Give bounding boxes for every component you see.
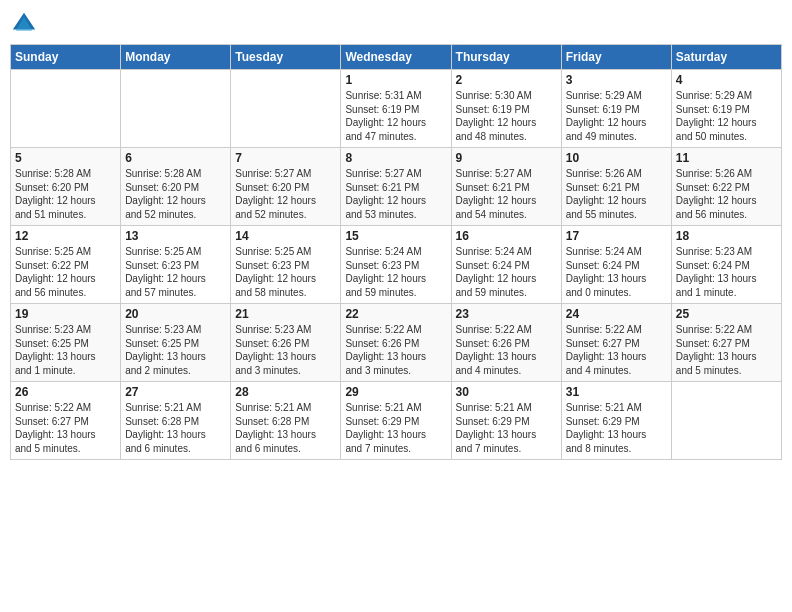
day-info: Sunrise: 5:22 AM Sunset: 6:27 PM Dayligh… — [676, 323, 777, 377]
day-info: Sunrise: 5:23 AM Sunset: 6:26 PM Dayligh… — [235, 323, 336, 377]
day-number: 9 — [456, 151, 557, 165]
calendar-cell: 15Sunrise: 5:24 AM Sunset: 6:23 PM Dayli… — [341, 226, 451, 304]
day-number: 2 — [456, 73, 557, 87]
logo — [10, 10, 42, 38]
day-number: 20 — [125, 307, 226, 321]
calendar-cell: 6Sunrise: 5:28 AM Sunset: 6:20 PM Daylig… — [121, 148, 231, 226]
calendar-cell — [671, 382, 781, 460]
calendar-week-row: 26Sunrise: 5:22 AM Sunset: 6:27 PM Dayli… — [11, 382, 782, 460]
day-number: 26 — [15, 385, 116, 399]
calendar-week-row: 5Sunrise: 5:28 AM Sunset: 6:20 PM Daylig… — [11, 148, 782, 226]
day-number: 30 — [456, 385, 557, 399]
calendar-table: SundayMondayTuesdayWednesdayThursdayFrid… — [10, 44, 782, 460]
calendar-cell: 23Sunrise: 5:22 AM Sunset: 6:26 PM Dayli… — [451, 304, 561, 382]
day-info: Sunrise: 5:23 AM Sunset: 6:24 PM Dayligh… — [676, 245, 777, 299]
day-number: 21 — [235, 307, 336, 321]
day-number: 19 — [15, 307, 116, 321]
calendar-cell: 13Sunrise: 5:25 AM Sunset: 6:23 PM Dayli… — [121, 226, 231, 304]
day-number: 16 — [456, 229, 557, 243]
day-info: Sunrise: 5:21 AM Sunset: 6:28 PM Dayligh… — [235, 401, 336, 455]
calendar-cell: 19Sunrise: 5:23 AM Sunset: 6:25 PM Dayli… — [11, 304, 121, 382]
calendar-cell — [121, 70, 231, 148]
day-number: 13 — [125, 229, 226, 243]
calendar-week-row: 1Sunrise: 5:31 AM Sunset: 6:19 PM Daylig… — [11, 70, 782, 148]
weekday-header: Tuesday — [231, 45, 341, 70]
calendar-cell: 2Sunrise: 5:30 AM Sunset: 6:19 PM Daylig… — [451, 70, 561, 148]
calendar-cell: 17Sunrise: 5:24 AM Sunset: 6:24 PM Dayli… — [561, 226, 671, 304]
calendar-cell: 10Sunrise: 5:26 AM Sunset: 6:21 PM Dayli… — [561, 148, 671, 226]
page-header — [10, 10, 782, 38]
day-info: Sunrise: 5:24 AM Sunset: 6:24 PM Dayligh… — [566, 245, 667, 299]
day-number: 6 — [125, 151, 226, 165]
calendar-cell: 20Sunrise: 5:23 AM Sunset: 6:25 PM Dayli… — [121, 304, 231, 382]
day-number: 29 — [345, 385, 446, 399]
day-number: 17 — [566, 229, 667, 243]
day-number: 4 — [676, 73, 777, 87]
calendar-cell: 30Sunrise: 5:21 AM Sunset: 6:29 PM Dayli… — [451, 382, 561, 460]
day-info: Sunrise: 5:26 AM Sunset: 6:21 PM Dayligh… — [566, 167, 667, 221]
day-info: Sunrise: 5:24 AM Sunset: 6:23 PM Dayligh… — [345, 245, 446, 299]
weekday-header: Monday — [121, 45, 231, 70]
weekday-header: Wednesday — [341, 45, 451, 70]
day-number: 15 — [345, 229, 446, 243]
day-info: Sunrise: 5:26 AM Sunset: 6:22 PM Dayligh… — [676, 167, 777, 221]
day-info: Sunrise: 5:21 AM Sunset: 6:29 PM Dayligh… — [456, 401, 557, 455]
day-info: Sunrise: 5:22 AM Sunset: 6:27 PM Dayligh… — [566, 323, 667, 377]
day-info: Sunrise: 5:27 AM Sunset: 6:21 PM Dayligh… — [345, 167, 446, 221]
calendar-cell: 8Sunrise: 5:27 AM Sunset: 6:21 PM Daylig… — [341, 148, 451, 226]
day-number: 5 — [15, 151, 116, 165]
day-info: Sunrise: 5:29 AM Sunset: 6:19 PM Dayligh… — [566, 89, 667, 143]
day-number: 23 — [456, 307, 557, 321]
calendar-cell: 27Sunrise: 5:21 AM Sunset: 6:28 PM Dayli… — [121, 382, 231, 460]
weekday-header: Saturday — [671, 45, 781, 70]
calendar-cell: 3Sunrise: 5:29 AM Sunset: 6:19 PM Daylig… — [561, 70, 671, 148]
calendar-header-row: SundayMondayTuesdayWednesdayThursdayFrid… — [11, 45, 782, 70]
calendar-cell — [231, 70, 341, 148]
day-info: Sunrise: 5:23 AM Sunset: 6:25 PM Dayligh… — [125, 323, 226, 377]
weekday-header: Friday — [561, 45, 671, 70]
day-info: Sunrise: 5:25 AM Sunset: 6:23 PM Dayligh… — [125, 245, 226, 299]
day-info: Sunrise: 5:27 AM Sunset: 6:20 PM Dayligh… — [235, 167, 336, 221]
calendar-cell: 25Sunrise: 5:22 AM Sunset: 6:27 PM Dayli… — [671, 304, 781, 382]
logo-icon — [10, 10, 38, 38]
day-info: Sunrise: 5:23 AM Sunset: 6:25 PM Dayligh… — [15, 323, 116, 377]
day-number: 18 — [676, 229, 777, 243]
calendar-cell: 5Sunrise: 5:28 AM Sunset: 6:20 PM Daylig… — [11, 148, 121, 226]
calendar-cell: 28Sunrise: 5:21 AM Sunset: 6:28 PM Dayli… — [231, 382, 341, 460]
calendar-cell: 16Sunrise: 5:24 AM Sunset: 6:24 PM Dayli… — [451, 226, 561, 304]
day-number: 7 — [235, 151, 336, 165]
day-info: Sunrise: 5:30 AM Sunset: 6:19 PM Dayligh… — [456, 89, 557, 143]
day-info: Sunrise: 5:28 AM Sunset: 6:20 PM Dayligh… — [125, 167, 226, 221]
calendar-cell: 7Sunrise: 5:27 AM Sunset: 6:20 PM Daylig… — [231, 148, 341, 226]
day-info: Sunrise: 5:27 AM Sunset: 6:21 PM Dayligh… — [456, 167, 557, 221]
day-number: 3 — [566, 73, 667, 87]
calendar-cell: 4Sunrise: 5:29 AM Sunset: 6:19 PM Daylig… — [671, 70, 781, 148]
day-info: Sunrise: 5:25 AM Sunset: 6:23 PM Dayligh… — [235, 245, 336, 299]
day-info: Sunrise: 5:22 AM Sunset: 6:26 PM Dayligh… — [456, 323, 557, 377]
calendar-cell: 31Sunrise: 5:21 AM Sunset: 6:29 PM Dayli… — [561, 382, 671, 460]
calendar-cell: 24Sunrise: 5:22 AM Sunset: 6:27 PM Dayli… — [561, 304, 671, 382]
weekday-header: Sunday — [11, 45, 121, 70]
day-info: Sunrise: 5:28 AM Sunset: 6:20 PM Dayligh… — [15, 167, 116, 221]
calendar-cell — [11, 70, 121, 148]
day-number: 25 — [676, 307, 777, 321]
day-number: 11 — [676, 151, 777, 165]
day-number: 22 — [345, 307, 446, 321]
day-info: Sunrise: 5:21 AM Sunset: 6:28 PM Dayligh… — [125, 401, 226, 455]
weekday-header: Thursday — [451, 45, 561, 70]
calendar-cell: 11Sunrise: 5:26 AM Sunset: 6:22 PM Dayli… — [671, 148, 781, 226]
day-info: Sunrise: 5:21 AM Sunset: 6:29 PM Dayligh… — [566, 401, 667, 455]
calendar-cell: 1Sunrise: 5:31 AM Sunset: 6:19 PM Daylig… — [341, 70, 451, 148]
day-number: 12 — [15, 229, 116, 243]
day-info: Sunrise: 5:25 AM Sunset: 6:22 PM Dayligh… — [15, 245, 116, 299]
calendar-cell: 18Sunrise: 5:23 AM Sunset: 6:24 PM Dayli… — [671, 226, 781, 304]
day-number: 10 — [566, 151, 667, 165]
day-number: 24 — [566, 307, 667, 321]
day-info: Sunrise: 5:21 AM Sunset: 6:29 PM Dayligh… — [345, 401, 446, 455]
calendar-cell: 29Sunrise: 5:21 AM Sunset: 6:29 PM Dayli… — [341, 382, 451, 460]
day-number: 27 — [125, 385, 226, 399]
calendar-cell: 9Sunrise: 5:27 AM Sunset: 6:21 PM Daylig… — [451, 148, 561, 226]
calendar-cell: 14Sunrise: 5:25 AM Sunset: 6:23 PM Dayli… — [231, 226, 341, 304]
day-number: 31 — [566, 385, 667, 399]
day-info: Sunrise: 5:29 AM Sunset: 6:19 PM Dayligh… — [676, 89, 777, 143]
